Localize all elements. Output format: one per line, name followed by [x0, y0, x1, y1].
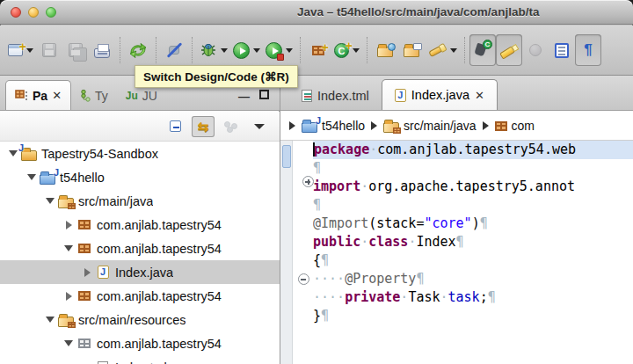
code-editor[interactable]: package·com.anjlab.tapestry54.web¶import…	[280, 141, 633, 364]
expander-icon[interactable]	[81, 268, 93, 277]
project-tree: JTapestry54-SandboxJt54hellosrc/main/jav…	[0, 142, 280, 364]
maximize-view-icon[interactable]	[259, 90, 269, 99]
open-resource-button[interactable]	[398, 34, 425, 66]
src-folder-icon	[383, 122, 399, 133]
tree-item[interactable]: JIndex.java	[0, 260, 280, 284]
breadcrumb-arrow-icon[interactable]	[289, 121, 295, 130]
collapse-all-button[interactable]	[164, 116, 186, 137]
new-wizard-button[interactable]: +	[5, 34, 36, 66]
code-line[interactable]: ····@Property¶	[294, 270, 633, 288]
save-all-button[interactable]	[62, 34, 89, 66]
save-button[interactable]	[36, 34, 62, 66]
expander-icon[interactable]	[44, 198, 56, 204]
view-menu-button[interactable]	[248, 116, 271, 137]
tab-package-explorer[interactable]: Pa ✕	[5, 80, 71, 110]
new-wizard-icon: +	[8, 44, 23, 56]
run-button[interactable]	[230, 34, 263, 66]
expander-icon[interactable]	[25, 174, 38, 180]
show-whitespace-toggle[interactable]: ¶	[575, 34, 601, 66]
tab-type-hierarchy[interactable]: Ty	[71, 82, 117, 110]
switch-design-code-button[interactable]	[125, 34, 151, 66]
chevron-down-icon[interactable]	[221, 48, 228, 53]
mark-occurrences-toggle[interactable]: C	[469, 34, 496, 66]
open-task-button[interactable]	[372, 34, 398, 66]
code-line[interactable]: ¶	[294, 159, 633, 178]
breadcrumb-item-package[interactable]: com	[495, 119, 535, 133]
code-line[interactable]: import·org.apache.tapestry5.annot	[294, 178, 633, 196]
editor-tab-bar: Index.tml J Index.java ✕	[280, 76, 633, 111]
code-line[interactable]: ¶	[294, 196, 633, 215]
code-line[interactable]: package·com.anjlab.tapestry54.web	[294, 141, 633, 159]
run-last-button[interactable]	[263, 34, 295, 66]
code-text: ····private·Task·task;¶	[313, 288, 633, 307]
code-line[interactable]: {¶	[294, 251, 633, 270]
fold-gutter	[294, 215, 313, 233]
tree-item[interactable]: com.anjlab.tapestry54	[0, 213, 280, 237]
fold-gutter[interactable]	[294, 270, 313, 288]
zoom-window-icon[interactable]	[46, 7, 56, 18]
expander-icon[interactable]	[7, 150, 19, 157]
debug-button[interactable]	[197, 34, 230, 66]
expander-icon[interactable]	[62, 221, 75, 229]
breadcrumb: J t54hello src/main/java com	[280, 112, 633, 141]
expander-icon[interactable]	[62, 292, 75, 301]
code-line[interactable]: @Import(stack="core")¶	[294, 215, 633, 233]
package-icon	[78, 291, 91, 301]
new-class-button[interactable]: C+	[331, 34, 362, 66]
save-icon	[42, 43, 56, 57]
code-line[interactable]: ····private·Task·task;¶	[294, 288, 633, 307]
tree-item[interactable]: Jt54hello	[0, 165, 280, 189]
title-bar[interactable]: Java – t54hello/src/main/java/com/anjlab…	[0, 0, 633, 25]
java-file-icon: J	[98, 266, 109, 279]
tree-item[interactable]: com.anjlab.tapestry54	[0, 331, 280, 355]
new-java-project-button[interactable]: +	[305, 34, 331, 66]
fold-gutter[interactable]	[294, 178, 313, 196]
breadcrumb-arrow-icon[interactable]	[371, 121, 377, 130]
code-line[interactable]: public·class·Index¶	[294, 233, 633, 251]
chevron-down-icon[interactable]	[26, 48, 33, 53]
chevron-down-icon[interactable]	[450, 48, 457, 53]
link-with-editor-button[interactable]: ⇆	[192, 116, 215, 137]
code-text: ¶	[313, 159, 633, 178]
new-java-project-icon: +	[312, 46, 324, 55]
tree-item[interactable]: src/main/resources	[0, 308, 280, 331]
tree-item[interactable]: com.anjlab.tapestry54	[0, 284, 280, 308]
chevron-down-icon[interactable]	[253, 48, 260, 53]
tree-item[interactable]: Index.tml	[0, 355, 280, 364]
tab-index-java[interactable]: J Index.java ✕	[382, 79, 498, 110]
tree-item[interactable]: src/main/java	[0, 189, 280, 213]
code-line[interactable]: }¶	[294, 307, 633, 325]
expander-icon[interactable]	[62, 245, 75, 251]
search-button[interactable]	[425, 34, 460, 66]
breadcrumb-arrow-icon[interactable]	[483, 121, 489, 130]
print-button[interactable]	[89, 34, 115, 66]
focus-on-task-button[interactable]	[220, 116, 243, 137]
close-window-icon[interactable]	[11, 7, 21, 18]
expander-icon[interactable]	[44, 317, 56, 323]
fold-collapse-icon[interactable]	[298, 273, 309, 285]
highlighter-toggle[interactable]	[496, 34, 522, 66]
toolbar-separator	[300, 37, 301, 63]
annotation-ruler[interactable]	[280, 141, 293, 364]
minimize-window-icon[interactable]	[28, 7, 39, 18]
tree-item[interactable]: JTapestry54-Sandbox	[0, 142, 280, 165]
toolbar-separator	[120, 37, 120, 63]
tab-index-tml[interactable]: Index.tml	[289, 82, 382, 110]
close-icon[interactable]: ✕	[52, 89, 62, 102]
fold-expand-icon[interactable]	[302, 176, 314, 187]
minimize-view-icon[interactable]: —	[238, 90, 249, 103]
tml-file-icon	[98, 361, 108, 364]
close-icon[interactable]: ✕	[475, 89, 484, 102]
disabled-preview-button[interactable]	[161, 34, 187, 66]
tree-item[interactable]: com.anjlab.tapestry54	[0, 237, 280, 260]
toolbar-separator	[156, 37, 156, 63]
breadcrumb-item-project[interactable]: J t54hello	[302, 119, 365, 133]
show-source-element-button[interactable]	[549, 34, 575, 66]
chevron-down-icon[interactable]	[353, 48, 360, 53]
breadcrumb-item-srcfolder[interactable]: src/main/java	[383, 119, 476, 133]
package-explorer-panel: Pa ✕ Ty Ju JU	[0, 76, 280, 364]
disabled-tool-button[interactable]	[522, 34, 549, 66]
chevron-down-icon[interactable]	[286, 48, 293, 53]
tab-label: Pa	[33, 89, 47, 103]
expander-icon[interactable]	[62, 340, 75, 346]
